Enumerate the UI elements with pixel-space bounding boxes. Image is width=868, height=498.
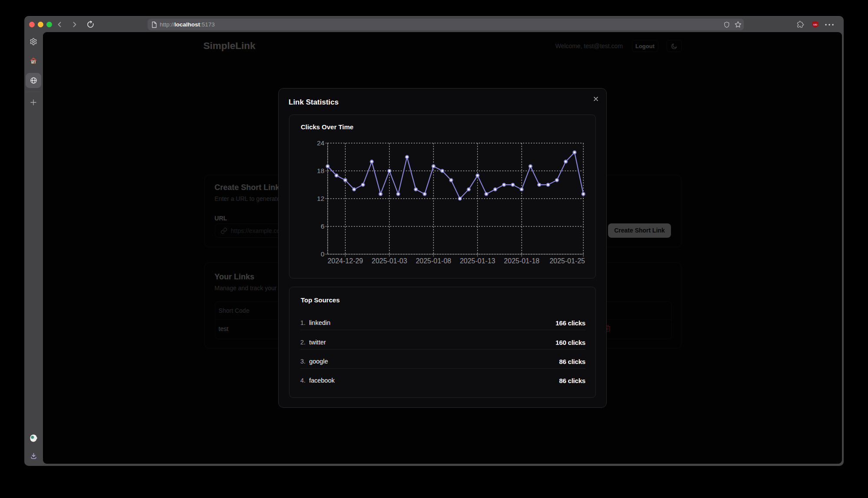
svg-text:2024-12-29: 2024-12-29 [328,257,363,264]
svg-text:18: 18 [317,167,324,174]
svg-text:2025-01-18: 2025-01-18 [504,257,539,264]
svg-text:2025-01-03: 2025-01-03 [372,257,407,264]
svg-text:6: 6 [321,223,325,230]
svg-text:24: 24 [317,139,325,147]
svg-text:UO: UO [813,23,817,26]
svg-text:2025-01-08: 2025-01-08 [416,257,451,264]
svg-text:12: 12 [317,195,324,202]
svg-text:2025-01-25: 2025-01-25 [549,257,585,264]
svg-text:0: 0 [321,250,325,258]
svg-text:2025-01-13: 2025-01-13 [460,257,495,264]
